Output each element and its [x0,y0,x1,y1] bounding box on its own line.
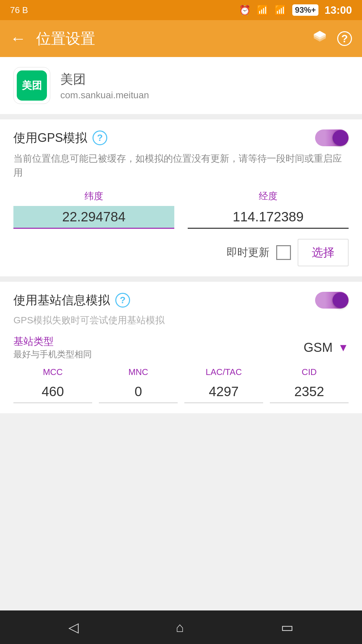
base-type-label: 基站类型 [13,335,92,348]
battery-percent: 93% [295,5,311,15]
base-type-sub: 最好与手机类型相同 [13,348,92,360]
instant-update-label: 即时更新 [227,245,269,260]
lac-value[interactable]: 4297 [184,381,263,403]
lac-label: LAC/TAC [184,367,263,377]
layers-icon-btn[interactable] [312,30,327,48]
mnc-value[interactable]: 0 [99,381,178,403]
base-description: GPS模拟失败时可尝试使用基站模拟 [13,314,349,327]
mnc-field: MNC 0 [99,367,178,403]
cid-label: CID [270,367,349,377]
base-station-section: 使用基站信息模拟 ? GPS模拟失败时可尝试使用基站模拟 基站类型 最好与手机类… [0,282,362,413]
base-type-info: 基站类型 最好与手机类型相同 [13,335,92,360]
page-title: 位置设置 [36,29,302,49]
coord-fields: 纬度 经度 [13,190,349,229]
instant-update-row: 即时更新 选择 [13,239,349,266]
instant-update-checkbox[interactable] [276,245,291,260]
dropdown-arrow-icon: ▼ [338,341,349,354]
app-package: com.sankuai.meituan [60,90,149,101]
app-bar: ← 位置设置 ? [0,20,362,57]
longitude-input[interactable] [188,206,349,229]
battery-plus: + [311,5,316,15]
base-section-header: 使用基站信息模拟 ? [13,292,349,309]
wifi-icon: 📶 [257,5,268,16]
select-button[interactable]: 选择 [298,239,349,266]
cell-fields: MCC 460 MNC 0 LAC/TAC 4297 CID 2352 [13,367,349,403]
gps-title-row: 使用GPS模拟 ? [13,130,107,146]
mcc-field: MCC 460 [13,367,92,403]
app-logo: 美团 [13,67,50,104]
help-icon-btn[interactable]: ? [337,31,352,46]
base-type-row: 基站类型 最好与手机类型相同 GSM ▼ [13,335,349,360]
mcc-label: MCC [13,367,92,377]
longitude-label: 经度 [188,190,349,203]
signal-icon: 📶 [275,5,286,16]
app-logo-inner: 美团 [17,70,47,101]
latitude-input[interactable] [13,206,174,229]
nav-recents-button[interactable]: ▭ [281,620,294,635]
gsm-dropdown[interactable]: GSM ▼ [304,340,349,355]
nav-back-button[interactable]: ◁ [68,620,79,635]
base-help-icon[interactable]: ? [115,293,130,308]
base-toggle-knob [333,292,348,308]
app-bar-actions: ? [312,30,352,48]
latitude-field: 纬度 [13,190,174,229]
content-area: 美团 美团 com.sankuai.meituan 使用GPS模拟 ? 当前位置… [0,57,362,413]
status-time: 13:00 [324,4,352,16]
cid-value[interactable]: 2352 [270,381,349,403]
nav-home-button[interactable]: ⌂ [176,620,184,635]
gps-section-header: 使用GPS模拟 ? [13,129,349,146]
gsm-value: GSM [304,340,333,355]
latitude-label: 纬度 [13,190,174,203]
app-name: 美团 [60,71,149,88]
gps-section: 使用GPS模拟 ? 当前位置信息可能已被缓存，如模拟的位置没有更新，请等待一段时… [0,119,362,276]
base-title: 使用基站信息模拟 [13,292,110,309]
longitude-field: 经度 [188,190,349,229]
bottom-nav: ◁ ⌂ ▭ [0,610,362,644]
mcc-value[interactable]: 460 [13,381,92,403]
cid-field: CID 2352 [270,367,349,403]
gps-title: 使用GPS模拟 [13,130,87,146]
battery-indicator: 93% + [292,4,318,16]
data-speed: 76 B [10,5,28,15]
app-info-text: 美团 com.sankuai.meituan [60,71,149,101]
gps-description: 当前位置信息可能已被缓存，如模拟的位置没有更新，请等待一段时间或重启应用 [13,152,349,180]
status-bar: 76 B ⏰ 📶 📶 93% + 13:00 [0,0,362,20]
base-toggle[interactable] [315,292,349,309]
back-button[interactable]: ← [10,31,26,47]
mnc-label: MNC [99,367,178,377]
gps-help-icon[interactable]: ? [93,130,107,145]
alarm-icon: ⏰ [239,5,251,16]
lac-field: LAC/TAC 4297 [184,367,263,403]
base-title-row: 使用基站信息模拟 ? [13,292,130,309]
gps-toggle-knob [333,130,348,146]
app-info-card: 美团 美团 com.sankuai.meituan [0,57,362,114]
gps-toggle[interactable] [315,129,349,146]
